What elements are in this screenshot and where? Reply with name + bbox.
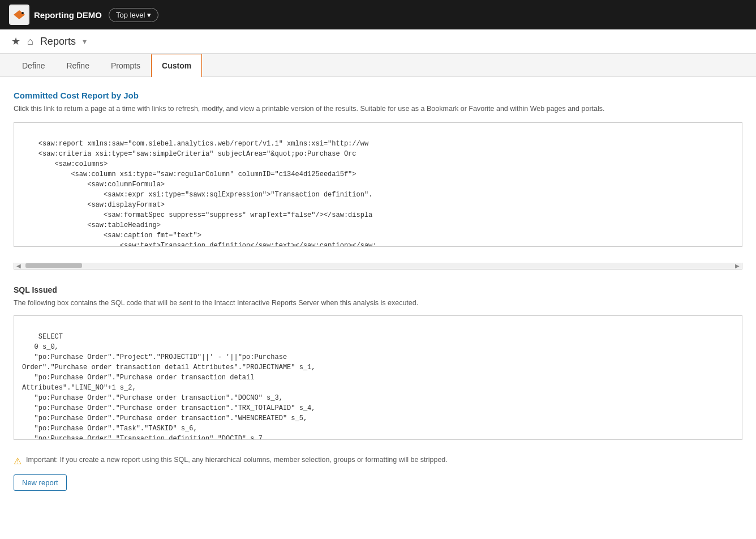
- app-name: Reporting DEMO: [34, 10, 102, 20]
- main-content: Committed Cost Report by Job Click this …: [0, 77, 756, 504]
- tab-define[interactable]: Define: [11, 54, 55, 77]
- org-selector-button[interactable]: Top level ▾: [109, 8, 158, 22]
- scroll-thumb[interactable]: [25, 263, 82, 268]
- tab-custom[interactable]: Custom: [151, 54, 202, 77]
- tab-bar: Define Refine Prompts Custom: [0, 54, 756, 77]
- warning-text: Important: If you create a new report us…: [26, 456, 448, 464]
- tab-refine[interactable]: Refine: [55, 54, 100, 77]
- sql-code-box[interactable]: SELECT 0 s_0, "po:Purchase Order"."Proje…: [14, 315, 742, 440]
- navbar: Reporting DEMO Top level ▾: [0, 0, 756, 29]
- org-label: Top level: [116, 11, 145, 19]
- home-icon[interactable]: ⌂: [27, 36, 33, 48]
- scroll-right-icon[interactable]: ▶: [735, 263, 740, 269]
- favorites-star-icon[interactable]: ★: [11, 35, 20, 48]
- report-description: Click this link to return a page at a ti…: [14, 104, 742, 114]
- warning-bar: ⚠ Important: If you create a new report …: [14, 456, 742, 467]
- logo: Reporting DEMO: [9, 5, 102, 25]
- tab-prompts[interactable]: Prompts: [100, 54, 151, 77]
- breadcrumb-title: Reports: [40, 36, 76, 48]
- new-report-button[interactable]: New report: [14, 474, 67, 491]
- sql-section-title: SQL Issued: [14, 285, 742, 294]
- logo-icon: [9, 5, 29, 25]
- svg-point-2: [22, 12, 24, 14]
- sql-description: The following box contains the SQL code …: [14, 298, 742, 309]
- breadcrumb-bar: ★ ⌂ Reports ▾: [0, 29, 756, 54]
- scroll-left-icon[interactable]: ◀: [16, 263, 21, 269]
- warning-icon: ⚠: [14, 456, 22, 467]
- xml-code-box[interactable]: <saw:report xmlns:saw="com.siebel.analyt…: [14, 122, 742, 247]
- sockeye-logo-svg: [10, 6, 28, 24]
- breadcrumb-chevron-icon[interactable]: ▾: [83, 37, 87, 46]
- report-title-link[interactable]: Committed Cost Report by Job: [14, 91, 742, 100]
- xml-horizontal-scrollbar[interactable]: ◀ ▶: [14, 263, 742, 270]
- org-chevron-icon: ▾: [147, 11, 151, 19]
